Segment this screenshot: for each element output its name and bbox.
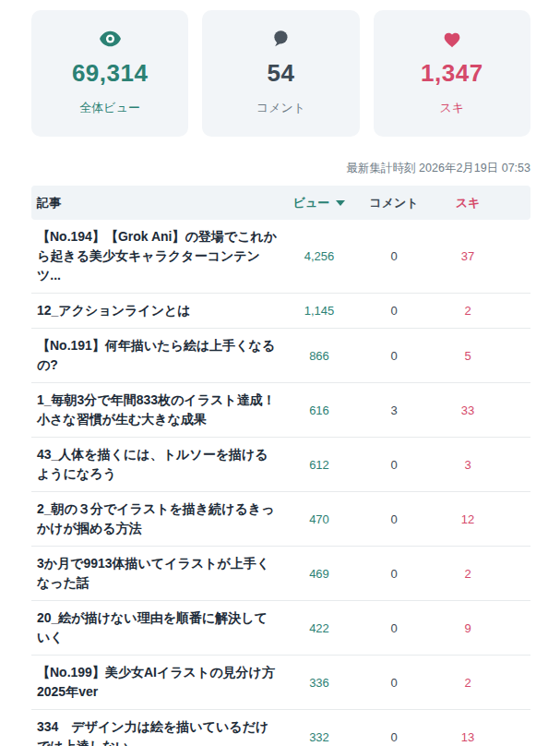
article-comments: 0 <box>352 730 435 744</box>
article-title-link[interactable]: 【No.199】美少女AIイラストの見分け方 2025年ver <box>37 663 286 702</box>
article-row: 【No.191】何年描いたら絵は上手くなるの? 866 0 5 <box>31 329 530 383</box>
article-row: 20_絵が描けない理由を順番に解決していく 422 0 9 <box>31 601 530 656</box>
article-likes: 3 <box>435 458 500 472</box>
article-likes: 9 <box>435 621 500 635</box>
article-title-link[interactable]: 3か月で9913体描いてイラストが上手くなった話 <box>37 554 286 593</box>
total-views-value: 69,314 <box>31 59 188 88</box>
article-views: 612 <box>286 458 352 472</box>
article-views: 470 <box>286 512 352 526</box>
article-views: 422 <box>286 621 352 635</box>
article-title-link[interactable]: 43_人体を描くには、トルソーを描けるようになろう <box>37 445 286 484</box>
article-title-link[interactable]: 334 デザイン力は絵を描いているだけでは上達しない <box>37 717 286 746</box>
heart-icon <box>374 29 530 49</box>
article-likes: 12 <box>435 512 500 526</box>
total-comments-value: 54 <box>202 59 359 88</box>
article-views: 332 <box>286 730 352 744</box>
article-row: 43_人体を描くには、トルソーを描けるようになろう 612 0 3 <box>31 438 530 492</box>
article-comments: 3 <box>352 403 435 417</box>
total-likes-value: 1,347 <box>374 59 530 88</box>
column-header-views-sort[interactable]: ビュー <box>286 195 352 211</box>
column-header-article: 記事 <box>37 195 286 211</box>
sort-desc-icon <box>336 200 345 206</box>
article-comments: 0 <box>352 249 435 263</box>
table-header-row: 記事 ビュー コメント スキ <box>31 186 530 220</box>
article-views: 336 <box>286 676 352 690</box>
article-title-link[interactable]: 20_絵が描けない理由を順番に解決していく <box>37 608 286 647</box>
column-header-views-label: ビュー <box>293 195 330 211</box>
article-title-link[interactable]: 【No.191】何年描いたら絵は上手くなるの? <box>37 336 286 375</box>
article-comments: 0 <box>352 304 435 318</box>
article-title-link[interactable]: 2_朝の３分でイラストを描き続けるきっかけが掴める方法 <box>37 499 286 538</box>
article-comments: 0 <box>352 676 435 690</box>
column-header-likes[interactable]: スキ <box>435 195 500 211</box>
article-likes: 13 <box>435 730 500 744</box>
total-likes-card: 1,347 スキ <box>374 10 530 137</box>
article-title-link[interactable]: 12_アクションラインとは <box>37 301 286 320</box>
total-views-label: 全体ビュー <box>31 100 188 116</box>
article-likes: 37 <box>435 249 500 263</box>
column-header-comments[interactable]: コメント <box>352 195 435 211</box>
article-row: 3か月で9913体描いてイラストが上手くなった話 469 0 2 <box>31 547 530 601</box>
article-row: 2_朝の３分でイラストを描き続けるきっかけが掴める方法 470 0 12 <box>31 492 530 547</box>
article-comments: 0 <box>352 458 435 472</box>
article-row: 334 デザイン力は絵を描いているだけでは上達しない 332 0 13 <box>31 710 530 746</box>
article-comments: 0 <box>352 567 435 581</box>
comment-bubble-icon <box>202 29 359 49</box>
article-likes: 5 <box>435 349 500 363</box>
total-views-card: 69,314 全体ビュー <box>31 10 188 137</box>
last-updated-timestamp: 最新集計時刻 2026年2月19日 07:53 <box>31 161 530 176</box>
article-views: 469 <box>286 567 352 581</box>
article-views: 616 <box>286 403 352 417</box>
article-comments: 0 <box>352 621 435 635</box>
article-likes: 2 <box>435 304 500 318</box>
article-comments: 0 <box>352 349 435 363</box>
articles-table: 記事 ビュー コメント スキ 【No.194】【Grok Ani】の登場でこれか… <box>31 186 530 746</box>
stats-dashboard: 69,314 全体ビュー 54 コメント 1,347 スキ 最新集計時刻 <box>0 0 560 746</box>
article-views: 4,256 <box>286 249 352 263</box>
article-title-link[interactable]: 1_毎朝3分で年間833枚のイラスト達成！小さな習慣が生む大きな成果 <box>37 391 286 429</box>
article-row: 1_毎朝3分で年間833枚のイラスト達成！小さな習慣が生む大きな成果 616 3… <box>31 383 530 438</box>
article-title-link[interactable]: 【No.194】【Grok Ani】の登場でこれから起きる美少女キャラクターコン… <box>37 227 286 285</box>
article-row: 【No.199】美少女AIイラストの見分け方 2025年ver 336 0 2 <box>31 656 530 710</box>
article-likes: 33 <box>435 403 500 417</box>
article-row: 12_アクションラインとは 1,145 0 2 <box>31 294 530 329</box>
article-views: 1,145 <box>286 304 352 318</box>
article-comments: 0 <box>352 512 435 526</box>
eye-icon <box>31 29 188 49</box>
total-comments-label: コメント <box>202 100 359 116</box>
article-likes: 2 <box>435 676 500 690</box>
summary-cards: 69,314 全体ビュー 54 コメント 1,347 スキ <box>31 10 530 137</box>
total-likes-label: スキ <box>374 100 530 116</box>
article-likes: 2 <box>435 567 500 581</box>
total-comments-card: 54 コメント <box>202 10 359 137</box>
article-row: 【No.194】【Grok Ani】の登場でこれから起きる美少女キャラクターコン… <box>31 220 530 294</box>
article-views: 866 <box>286 349 352 363</box>
